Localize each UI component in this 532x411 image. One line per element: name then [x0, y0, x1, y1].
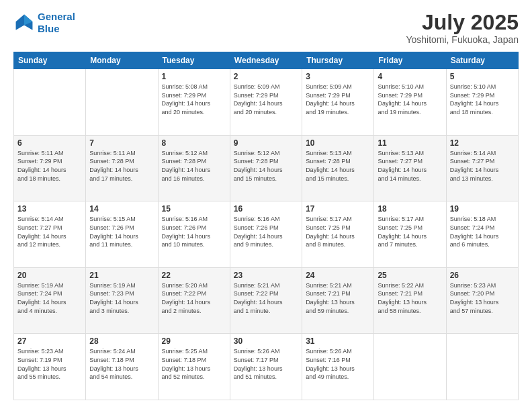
- table-row: 20Sunrise: 5:19 AM Sunset: 7:24 PM Dayli…: [14, 267, 86, 334]
- day-number: 21: [89, 271, 154, 280]
- header-saturday: Saturday: [446, 52, 518, 69]
- day-info: Sunrise: 5:18 AM Sunset: 7:24 PM Dayligh…: [450, 215, 515, 248]
- day-info: Sunrise: 5:15 AM Sunset: 7:26 PM Dayligh…: [89, 215, 154, 248]
- day-number: 27: [17, 336, 82, 346]
- day-info: Sunrise: 5:19 AM Sunset: 7:23 PM Dayligh…: [89, 281, 154, 315]
- day-number: 1: [162, 72, 226, 81]
- logo-line1: General: [38, 11, 75, 22]
- table-row: 4Sunrise: 5:10 AM Sunset: 7:29 PM Daylig…: [374, 69, 446, 136]
- table-row: 3Sunrise: 5:09 AM Sunset: 7:29 PM Daylig…: [302, 69, 374, 136]
- table-row: 10Sunrise: 5:13 AM Sunset: 7:28 PM Dayli…: [302, 135, 374, 201]
- table-row: 21Sunrise: 5:19 AM Sunset: 7:23 PM Dayli…: [86, 267, 158, 334]
- day-info: Sunrise: 5:08 AM Sunset: 7:29 PM Dayligh…: [162, 83, 226, 116]
- day-number: 3: [306, 72, 370, 81]
- day-info: Sunrise: 5:11 AM Sunset: 7:28 PM Dayligh…: [89, 149, 154, 183]
- day-info: Sunrise: 5:21 AM Sunset: 7:21 PM Dayligh…: [306, 281, 370, 315]
- page: General Blue July 2025 Yoshitomi, Fukuok…: [0, 0, 532, 411]
- day-number: 2: [234, 72, 298, 81]
- day-number: 22: [162, 271, 226, 280]
- day-info: Sunrise: 5:24 AM Sunset: 7:18 PM Dayligh…: [89, 347, 154, 381]
- calendar-week-5: 27Sunrise: 5:23 AM Sunset: 7:19 PM Dayli…: [14, 334, 519, 400]
- table-row: 13Sunrise: 5:14 AM Sunset: 7:27 PM Dayli…: [14, 201, 86, 268]
- table-row: [86, 69, 158, 136]
- table-row: 7Sunrise: 5:11 AM Sunset: 7:28 PM Daylig…: [86, 135, 158, 201]
- day-info: Sunrise: 5:12 AM Sunset: 7:28 PM Dayligh…: [234, 149, 298, 183]
- table-row: 14Sunrise: 5:15 AM Sunset: 7:26 PM Dayli…: [86, 201, 158, 268]
- day-number: 10: [306, 138, 370, 148]
- calendar-week-2: 6Sunrise: 5:11 AM Sunset: 7:29 PM Daylig…: [14, 135, 519, 201]
- table-row: 16Sunrise: 5:16 AM Sunset: 7:26 PM Dayli…: [230, 201, 302, 268]
- header-tuesday: Tuesday: [158, 52, 230, 69]
- day-info: Sunrise: 5:25 AM Sunset: 7:18 PM Dayligh…: [162, 347, 226, 381]
- logo-line2: Blue: [38, 23, 60, 34]
- table-row: 31Sunrise: 5:26 AM Sunset: 7:16 PM Dayli…: [302, 334, 374, 400]
- day-number: 30: [234, 336, 298, 346]
- calendar-table: Sunday Monday Tuesday Wednesday Thursday…: [13, 52, 519, 400]
- day-number: 12: [450, 138, 515, 148]
- table-row: 28Sunrise: 5:24 AM Sunset: 7:18 PM Dayli…: [86, 334, 158, 400]
- day-info: Sunrise: 5:17 AM Sunset: 7:25 PM Dayligh…: [378, 215, 442, 248]
- day-info: Sunrise: 5:23 AM Sunset: 7:20 PM Dayligh…: [450, 281, 515, 315]
- table-row: 12Sunrise: 5:14 AM Sunset: 7:27 PM Dayli…: [446, 135, 518, 201]
- table-row: 25Sunrise: 5:22 AM Sunset: 7:21 PM Dayli…: [374, 267, 446, 334]
- location-subtitle: Yoshitomi, Fukuoka, Japan: [406, 34, 519, 45]
- day-number: 16: [234, 204, 298, 214]
- table-row: 22Sunrise: 5:20 AM Sunset: 7:22 PM Dayli…: [158, 267, 230, 334]
- day-number: 24: [306, 271, 370, 280]
- table-row: 17Sunrise: 5:17 AM Sunset: 7:25 PM Dayli…: [302, 201, 374, 268]
- title-block: July 2025 Yoshitomi, Fukuoka, Japan: [406, 11, 519, 45]
- day-number: 5: [450, 72, 515, 81]
- day-number: 11: [378, 138, 442, 148]
- day-info: Sunrise: 5:14 AM Sunset: 7:27 PM Dayligh…: [17, 215, 82, 248]
- day-info: Sunrise: 5:10 AM Sunset: 7:29 PM Dayligh…: [378, 83, 442, 116]
- day-number: 23: [234, 271, 298, 280]
- calendar-week-3: 13Sunrise: 5:14 AM Sunset: 7:27 PM Dayli…: [14, 201, 519, 268]
- day-number: 20: [17, 271, 82, 280]
- day-info: Sunrise: 5:13 AM Sunset: 7:27 PM Dayligh…: [378, 149, 442, 183]
- header: General Blue July 2025 Yoshitomi, Fukuok…: [13, 11, 519, 45]
- table-row: 30Sunrise: 5:26 AM Sunset: 7:17 PM Dayli…: [230, 334, 302, 400]
- logo-text: General Blue: [38, 11, 75, 35]
- table-row: [374, 334, 446, 400]
- table-row: 11Sunrise: 5:13 AM Sunset: 7:27 PM Dayli…: [374, 135, 446, 201]
- day-info: Sunrise: 5:20 AM Sunset: 7:22 PM Dayligh…: [162, 281, 226, 315]
- table-row: 8Sunrise: 5:12 AM Sunset: 7:28 PM Daylig…: [158, 135, 230, 201]
- day-number: 28: [89, 336, 154, 346]
- header-monday: Monday: [86, 52, 158, 69]
- day-info: Sunrise: 5:10 AM Sunset: 7:29 PM Dayligh…: [450, 83, 515, 116]
- day-info: Sunrise: 5:11 AM Sunset: 7:29 PM Dayligh…: [17, 149, 82, 183]
- day-number: 9: [234, 138, 298, 148]
- day-info: Sunrise: 5:14 AM Sunset: 7:27 PM Dayligh…: [450, 149, 515, 183]
- day-number: 19: [450, 204, 515, 214]
- day-number: 25: [378, 271, 442, 280]
- table-row: [14, 69, 86, 136]
- day-info: Sunrise: 5:23 AM Sunset: 7:19 PM Dayligh…: [17, 347, 82, 381]
- day-number: 29: [162, 336, 226, 346]
- day-info: Sunrise: 5:22 AM Sunset: 7:21 PM Dayligh…: [378, 281, 442, 315]
- day-info: Sunrise: 5:21 AM Sunset: 7:22 PM Dayligh…: [234, 281, 298, 315]
- table-row: [446, 334, 518, 400]
- day-info: Sunrise: 5:19 AM Sunset: 7:24 PM Dayligh…: [17, 281, 82, 315]
- table-row: 26Sunrise: 5:23 AM Sunset: 7:20 PM Dayli…: [446, 267, 518, 334]
- calendar-week-1: 1Sunrise: 5:08 AM Sunset: 7:29 PM Daylig…: [14, 69, 519, 136]
- day-number: 6: [17, 138, 82, 148]
- day-info: Sunrise: 5:26 AM Sunset: 7:17 PM Dayligh…: [234, 347, 298, 381]
- table-row: 15Sunrise: 5:16 AM Sunset: 7:26 PM Dayli…: [158, 201, 230, 268]
- table-row: 27Sunrise: 5:23 AM Sunset: 7:19 PM Dayli…: [14, 334, 86, 400]
- table-row: 19Sunrise: 5:18 AM Sunset: 7:24 PM Dayli…: [446, 201, 518, 268]
- table-row: 1Sunrise: 5:08 AM Sunset: 7:29 PM Daylig…: [158, 69, 230, 136]
- logo-icon: [13, 12, 35, 34]
- header-thursday: Thursday: [302, 52, 374, 69]
- header-sunday: Sunday: [14, 52, 86, 69]
- day-number: 4: [378, 72, 442, 81]
- table-row: 23Sunrise: 5:21 AM Sunset: 7:22 PM Dayli…: [230, 267, 302, 334]
- day-info: Sunrise: 5:17 AM Sunset: 7:25 PM Dayligh…: [306, 215, 370, 248]
- day-info: Sunrise: 5:12 AM Sunset: 7:28 PM Dayligh…: [162, 149, 226, 183]
- table-row: 9Sunrise: 5:12 AM Sunset: 7:28 PM Daylig…: [230, 135, 302, 201]
- table-row: 5Sunrise: 5:10 AM Sunset: 7:29 PM Daylig…: [446, 69, 518, 136]
- day-number: 8: [162, 138, 226, 148]
- day-number: 7: [89, 138, 154, 148]
- day-info: Sunrise: 5:26 AM Sunset: 7:16 PM Dayligh…: [306, 347, 370, 381]
- day-info: Sunrise: 5:13 AM Sunset: 7:28 PM Dayligh…: [306, 149, 370, 183]
- table-row: 6Sunrise: 5:11 AM Sunset: 7:29 PM Daylig…: [14, 135, 86, 201]
